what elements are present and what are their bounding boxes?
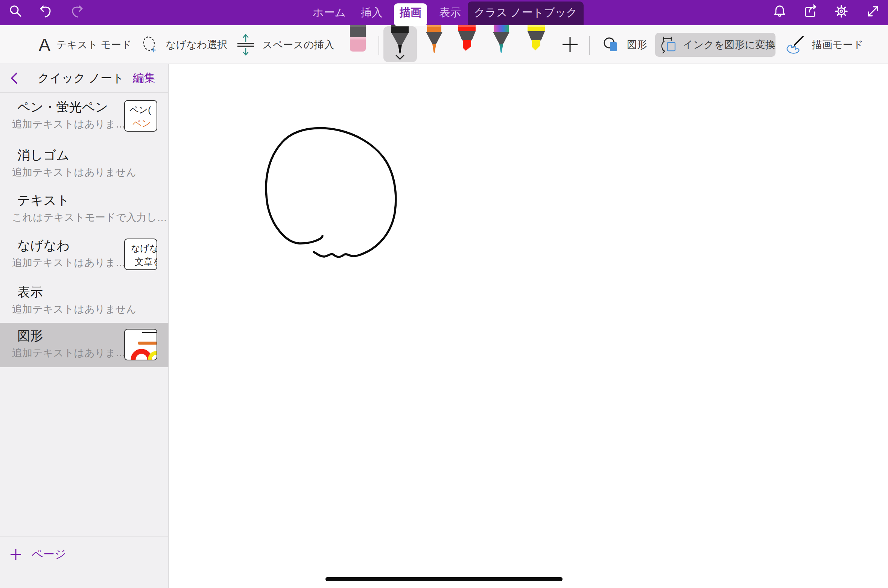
page-subtitle: これはテキストモードで入力し…: [12, 211, 167, 224]
pen-orange[interactable]: [424, 25, 444, 53]
toolbar-separator: [589, 36, 590, 55]
edit-button[interactable]: 編集: [133, 64, 155, 92]
page-row-eraser[interactable]: 消しゴム 追加テキストはありません: [0, 142, 169, 187]
highlighter-yellow[interactable]: [526, 25, 546, 53]
thumbnail-ink-drawing: [125, 330, 157, 360]
draw-mode-icon: [785, 34, 806, 55]
insert-space-label: スペースの挿入: [262, 38, 335, 52]
page-title: ペン・蛍光ペン: [17, 99, 108, 116]
plus-icon: [10, 548, 22, 561]
page-title: 図形: [17, 327, 43, 345]
page-row-lasso[interactable]: なげなわ 追加テキストはありま… なげな 文章を: [0, 232, 169, 277]
page-subtitle: 追加テキストはありません: [12, 166, 136, 179]
redo-icon[interactable]: [69, 4, 84, 19]
thumbnail-ink-text: 文章を: [135, 256, 157, 268]
page-thumbnail: ペン( ペン: [124, 100, 157, 132]
shapes-label: 図形: [627, 38, 647, 52]
ink-to-shape-label: インクを図形に変換: [683, 38, 775, 52]
drawing-canvas[interactable]: [169, 64, 888, 588]
pen-rainbow[interactable]: [491, 25, 511, 53]
thumbnail-ink-text: ペン(: [129, 104, 151, 116]
thumbnail-ink-text: なげな: [131, 242, 157, 254]
tab-insert[interactable]: 挿入: [361, 0, 383, 25]
page-subtitle: 追加テキストはありません: [12, 302, 136, 316]
bell-icon[interactable]: [772, 4, 787, 19]
page-row-shapes[interactable]: 図形 追加テキストはありま…: [0, 323, 169, 367]
add-pen-button[interactable]: [561, 36, 579, 53]
undo-icon[interactable]: [38, 4, 53, 19]
page-list-sidebar: クイック ノート 編集 ペン・蛍光ペン 追加テキストはありま… ペン( ペン 消…: [0, 64, 169, 588]
sidebar-footer: ページ: [0, 536, 168, 588]
page-title: なげなわ: [17, 237, 70, 254]
page-row-text[interactable]: テキスト これはテキストモードで入力し…: [0, 187, 169, 232]
ink-to-shape-button[interactable]: インクを図形に変換: [655, 33, 775, 57]
text-mode-label: テキスト モード: [56, 38, 132, 52]
draw-mode-label: 描画モード: [812, 38, 863, 52]
draw-ribbon-toolbar: A テキスト モード なげなわ選択 スペースの挿入: [0, 25, 888, 64]
page-subtitle: 追加テキストはありま…: [12, 256, 126, 269]
share-icon[interactable]: [803, 4, 818, 19]
page-title: 表示: [17, 284, 43, 301]
insert-space-icon: [235, 33, 256, 56]
tab-view[interactable]: 表示: [439, 0, 461, 25]
search-icon[interactable]: [8, 4, 23, 19]
add-page-button[interactable]: ページ: [10, 547, 66, 562]
lasso-select-button[interactable]: なげなわ選択: [140, 25, 228, 64]
shapes-icon: [602, 35, 621, 54]
text-mode-button[interactable]: A テキスト モード: [39, 25, 132, 64]
lasso-select-label: なげなわ選択: [166, 38, 228, 52]
pen-black[interactable]: [389, 25, 411, 61]
page-thumbnail: [124, 329, 157, 360]
shapes-button[interactable]: 図形: [602, 25, 647, 64]
gear-icon[interactable]: [834, 4, 849, 19]
thumbnail-ink-text: ペン: [132, 117, 151, 129]
tab-home[interactable]: ホーム: [313, 0, 346, 25]
page-row-pen-highlighter[interactable]: ペン・蛍光ペン 追加テキストはありま… ペン( ペン: [0, 94, 169, 138]
toolbar-separator: [379, 36, 379, 55]
page-row-view[interactable]: 表示 追加テキストはありません: [0, 279, 169, 324]
fullscreen-icon[interactable]: [865, 4, 880, 19]
sidebar-divider: [0, 92, 168, 93]
text-mode-icon: A: [39, 35, 50, 55]
page-thumbnail: なげな 文章を: [124, 239, 157, 270]
page-title: テキスト: [17, 192, 70, 209]
lasso-icon: [140, 34, 160, 56]
notebook-title: クイック ノート: [38, 64, 124, 92]
back-chevron-icon[interactable]: [9, 72, 20, 84]
page-subtitle: 追加テキストはありま…: [12, 346, 126, 360]
page-subtitle: 追加テキストはありま…: [12, 117, 126, 131]
sidebar-header: クイック ノート 編集: [0, 64, 168, 92]
insert-space-button[interactable]: スペースの挿入: [235, 25, 335, 64]
eraser-tool[interactable]: [348, 25, 368, 53]
page-title: 消しゴム: [17, 147, 69, 164]
app-top-bar: ホーム 挿入 描画 表示 クラス ノートブック: [0, 0, 888, 25]
highlighter-red[interactable]: [457, 25, 477, 53]
ink-stroke-circle: [169, 64, 888, 588]
ink-to-shape-icon: [660, 35, 678, 55]
draw-mode-button[interactable]: 描画モード: [785, 25, 863, 64]
add-page-label: ページ: [32, 547, 66, 562]
tab-draw[interactable]: 描画: [400, 0, 421, 25]
home-indicator[interactable]: [325, 577, 563, 581]
tab-class-notebook[interactable]: クラス ノートブック: [474, 0, 578, 25]
sidebar-divider: [0, 536, 168, 536]
